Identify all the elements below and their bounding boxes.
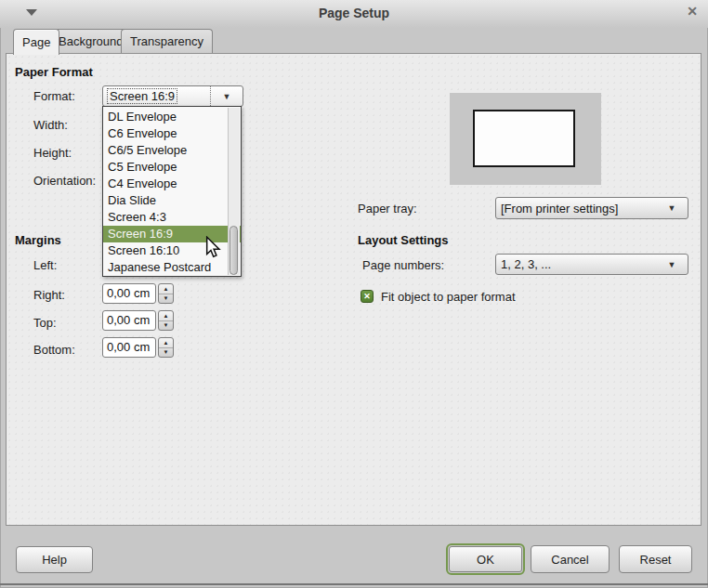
dropdown-option[interactable]: C4 Envelope — [103, 176, 241, 192]
titlebar: Page Setup ✕ — [0, 0, 708, 28]
dropdown-option[interactable]: DL Envelope — [103, 109, 241, 125]
bottom-margin-spin-buttons: ▲ ▼ — [158, 337, 174, 358]
paper-tray-value: [From printer settings] — [496, 198, 656, 218]
dropdown-option[interactable]: C6/5 Envelope — [103, 142, 241, 159]
orientation-label: Orientation: — [33, 174, 96, 188]
paper-preview — [473, 110, 575, 167]
checkbox-check-icon: ✕ — [363, 292, 371, 301]
tab-transparency[interactable]: Transparency — [121, 29, 213, 53]
right-margin-stepper: 0,00 cm ▲ ▼ — [102, 283, 174, 304]
left-margin-label: Left: — [33, 258, 57, 272]
section-title-margins: Margins — [15, 233, 61, 247]
top-margin-stepper: 0,00 cm ▲ ▼ — [102, 310, 174, 331]
tab-background-label: Background — [59, 34, 123, 48]
right-margin-label: Right: — [33, 288, 65, 302]
paper-tray-label: Paper tray: — [358, 202, 417, 216]
format-combobox[interactable]: Screen 16:9 ▼ — [102, 85, 243, 107]
right-margin-spin-buttons: ▲ ▼ — [158, 283, 174, 304]
section-title-paper-format: Paper Format — [15, 65, 93, 79]
spin-up-icon[interactable]: ▲ — [159, 338, 173, 348]
reset-button[interactable]: Reset — [619, 545, 692, 573]
ok-button-focus-ring: OK — [446, 543, 525, 575]
height-label: Height: — [33, 146, 72, 160]
bottom-margin-label: Bottom: — [33, 343, 75, 357]
top-margin-spin-buttons: ▲ ▼ — [158, 310, 174, 331]
fit-object-checkbox[interactable]: ✕ — [361, 290, 374, 303]
ok-button[interactable]: OK — [449, 546, 522, 572]
chevron-down-icon: ▼ — [656, 198, 688, 218]
dropdown-option[interactable]: C6 Envelope — [103, 125, 241, 142]
format-combobox-value-wrap: Screen 16:9 — [103, 86, 210, 106]
format-combobox-dropdown-button[interactable]: ▼ — [210, 86, 243, 106]
bottom-margin-field[interactable]: 0,00 cm — [102, 337, 156, 358]
format-combobox-value: Screen 16:9 — [108, 89, 177, 103]
right-margin-field[interactable]: 0,00 cm — [102, 283, 156, 304]
spin-down-icon[interactable]: ▼ — [159, 348, 173, 358]
tab-page-label: Page — [22, 35, 50, 49]
tab-transparency-label: Transparency — [130, 34, 203, 48]
page-numbers-value: 1, 2, 3, ... — [496, 255, 656, 274]
tab-background[interactable]: Background — [49, 29, 132, 53]
help-button[interactable]: Help — [16, 546, 93, 573]
top-margin-label: Top: — [33, 316, 57, 330]
page-numbers-label: Page numbers: — [362, 258, 444, 272]
section-title-layout-settings: Layout Settings — [358, 233, 449, 247]
tab-page[interactable]: Page — [13, 29, 59, 55]
paper-tray-select[interactable]: [From printer settings] ▼ — [495, 197, 688, 219]
cancel-button[interactable]: Cancel — [531, 545, 610, 573]
bottom-margin-stepper: 0,00 cm ▲ ▼ — [102, 337, 174, 358]
mouse-cursor-icon — [204, 236, 221, 262]
page-numbers-select[interactable]: 1, 2, 3, ... ▼ — [495, 254, 688, 275]
page-setup-dialog: Page Setup ✕ Page Background Transparenc… — [0, 0, 708, 588]
format-label: Format: — [33, 89, 75, 103]
top-margin-field[interactable]: 0,00 cm — [102, 310, 156, 331]
spin-up-icon[interactable]: ▲ — [159, 311, 173, 321]
spin-up-icon[interactable]: ▲ — [159, 284, 173, 294]
spin-down-icon[interactable]: ▼ — [159, 321, 173, 331]
dropdown-scrollbar[interactable] — [228, 108, 240, 275]
spin-down-icon[interactable]: ▼ — [159, 294, 173, 304]
window-title: Page Setup — [0, 6, 708, 20]
dropdown-option[interactable]: C5 Envelope — [103, 159, 241, 176]
fit-object-label: Fit object to paper format — [381, 290, 516, 304]
window-bottom-edge — [0, 583, 708, 585]
close-icon[interactable]: ✕ — [687, 4, 698, 19]
dropdown-scrollbar-thumb[interactable] — [229, 226, 238, 275]
dropdown-option[interactable]: Screen 4:3 — [103, 209, 241, 226]
width-label: Width: — [33, 118, 68, 132]
dropdown-option[interactable]: Dia Slide — [103, 192, 241, 209]
chevron-down-icon: ▼ — [656, 255, 688, 274]
chevron-down-icon: ▼ — [223, 92, 231, 101]
